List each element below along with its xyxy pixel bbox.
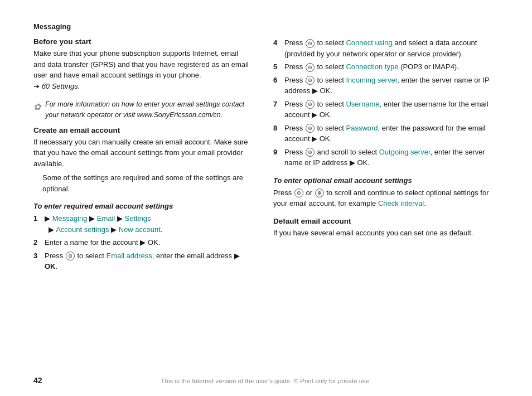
create-account-section: Create an email account If necessary you… xyxy=(33,126,251,195)
before-you-start-ref: ➔ 60 Settings. xyxy=(33,81,251,92)
create-account-body2: Some of the settings are required and so… xyxy=(33,172,251,194)
step-4-icon: ⊙ xyxy=(306,39,315,48)
step-5-icon: ⊙ xyxy=(306,63,315,72)
step-3: 3 Press ⊙ to select Email address, enter… xyxy=(33,250,251,272)
footer: This is the Internet version of the user… xyxy=(0,376,532,385)
step-1-account-settings: Account settings xyxy=(56,225,109,234)
step-6-icon: ⊙ xyxy=(306,76,315,85)
step-6-link: Incoming server xyxy=(346,76,397,84)
step-4-num: 4 xyxy=(273,37,281,49)
before-you-start-section: Before you start Make sure that your pho… xyxy=(33,37,251,91)
optional-check-interval: Check interval xyxy=(378,199,424,207)
content-area: Before you start Make sure that your pho… xyxy=(33,37,499,280)
messaging-header: Messaging xyxy=(33,22,499,31)
step-4: 4 Press ⊙ to select Connect using and se… xyxy=(273,37,491,59)
note-text: For more information on how to enter you… xyxy=(45,99,251,120)
step-3-link: Email address xyxy=(106,252,152,260)
footer-text: This is the Internet version of the user… xyxy=(161,378,371,384)
step-8-num: 8 xyxy=(273,123,281,134)
step-9-content: Press ⊙ and scroll to select Outgoing se… xyxy=(284,147,491,168)
step-8-link: Password xyxy=(346,124,378,132)
optional-icon2: ⊚ xyxy=(315,189,324,197)
step-4-content: Press ⊙ to select Connect using and sele… xyxy=(284,37,491,59)
step-5-link: Connection type xyxy=(346,62,398,71)
step-9-num: 9 xyxy=(273,147,281,158)
create-account-title: Create an email account xyxy=(33,126,251,134)
step-6-content: Press ⊙ to select Incoming server, enter… xyxy=(284,75,491,96)
step-9-link: Outgoing server xyxy=(379,148,431,156)
arrow-settings-ref: ➔ 60 Settings. xyxy=(33,82,80,90)
step-2-content: Enter a name for the account ▶ OK. xyxy=(45,237,251,248)
optional-settings-section: To enter optional email account settings… xyxy=(273,176,491,209)
default-email-section: Default email account If you have severa… xyxy=(273,217,491,239)
left-column: Before you start Make sure that your pho… xyxy=(33,37,251,280)
step-1-messaging: Messaging xyxy=(52,214,88,223)
step-3-content: Press ⊙ to select Email address, enter t… xyxy=(45,250,251,272)
step-5: 5 Press ⊙ to select Connection type (POP… xyxy=(273,61,491,73)
step-7-icon: ⊙ xyxy=(306,100,315,109)
optional-settings-body: Press ⊙ or ⊚ to scroll and continue to s… xyxy=(273,187,491,209)
step-2: 2 Enter a name for the account ▶ OK. xyxy=(33,237,251,248)
step-5-content: Press ⊙ to select Connection type (POP3 … xyxy=(284,61,491,73)
step-5-num: 5 xyxy=(273,61,281,73)
required-settings-title: To enter required email account settings xyxy=(33,202,251,210)
steps-4-9-list: 4 Press ⊙ to select Connect using and se… xyxy=(273,37,491,168)
step-6-num: 6 xyxy=(273,75,281,86)
step-9: 9 Press ⊙ and scroll to select Outgoing … xyxy=(273,147,491,168)
note-icon: ✿ xyxy=(33,100,41,114)
step-8-icon: ⊙ xyxy=(306,124,315,133)
step-7: 7 Press ⊙ to select Username, enter the … xyxy=(273,99,491,120)
step-3-icon: ⊙ xyxy=(66,252,75,260)
optional-icon1: ⊙ xyxy=(294,189,303,197)
step-9-icon: ⊙ xyxy=(306,148,315,157)
step-1-email: Email xyxy=(97,214,115,223)
right-column: 4 Press ⊙ to select Connect using and se… xyxy=(273,37,491,280)
required-settings-section: To enter required email account settings… xyxy=(33,202,251,272)
default-email-body: If you have several email accounts you c… xyxy=(273,228,491,239)
before-you-start-body: Make sure that your phone subscription s… xyxy=(33,48,251,81)
step-7-num: 7 xyxy=(273,99,281,110)
note-box: ✿ For more information on how to enter y… xyxy=(33,99,251,120)
page: Messaging Before you start Make sure tha… xyxy=(0,0,532,396)
step-1-new-account: New account xyxy=(119,225,161,234)
step-7-link: Username xyxy=(346,100,379,108)
default-email-title: Default email account xyxy=(273,217,491,225)
step-6: 6 Press ⊙ to select Incoming server, ent… xyxy=(273,75,491,96)
step-4-link: Connect using xyxy=(346,38,392,47)
step-1-content: ▶ Messaging ▶ Email ▶ Settings ▶ Account… xyxy=(45,213,251,235)
step-1: 1 ▶ Messaging ▶ Email ▶ Settings ▶ Accou… xyxy=(33,213,251,235)
step-1-settings: Settings xyxy=(124,214,151,223)
step-7-content: Press ⊙ to select Username, enter the us… xyxy=(284,99,491,120)
step-8-content: Press ⊙ to select Password, enter the pa… xyxy=(284,123,491,144)
required-steps-list: 1 ▶ Messaging ▶ Email ▶ Settings ▶ Accou… xyxy=(33,213,251,272)
step-2-num: 2 xyxy=(33,237,41,248)
step-3-num: 3 xyxy=(33,250,41,262)
create-account-body1: If necessary you can manually create an … xyxy=(33,137,251,170)
step-1-num: 1 xyxy=(33,213,41,224)
before-you-start-title: Before you start xyxy=(33,37,251,46)
step-8: 8 Press ⊙ to select Password, enter the … xyxy=(273,123,491,144)
optional-settings-title: To enter optional email account settings xyxy=(273,176,491,185)
